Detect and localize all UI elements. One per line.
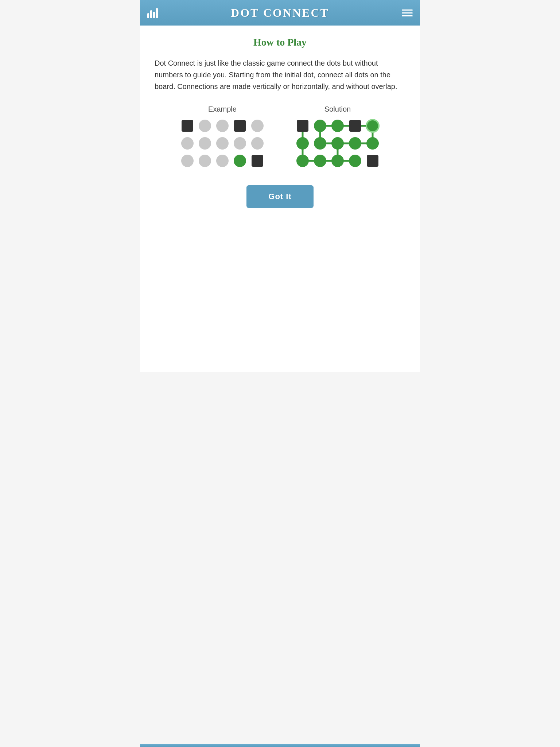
examples-row: Example xyxy=(155,105,405,169)
example-cell-r1c5 xyxy=(249,118,265,134)
got-it-button[interactable]: Got It xyxy=(246,185,313,208)
example-cell-r2c4 xyxy=(232,135,248,151)
menu-line-3 xyxy=(402,15,413,16)
example-cell-r1c2 xyxy=(197,118,213,134)
example-cell-r2c2 xyxy=(197,135,213,151)
bar-1 xyxy=(147,13,149,18)
sol-cell-r2c4 xyxy=(347,135,363,151)
solution-label: Solution xyxy=(324,105,351,113)
app-header: Dot Connect xyxy=(140,0,420,26)
example-label: Example xyxy=(208,105,237,113)
example-cell-r3c1 xyxy=(179,153,195,169)
app-title-text: Dot Connect xyxy=(231,6,329,19)
example-cell-r3c3 xyxy=(214,153,230,169)
sol-cell-r2c5 xyxy=(365,135,381,151)
sol-cell-r2c3 xyxy=(330,135,346,151)
example-cell-r3c4 xyxy=(232,153,248,169)
sol-cell-r1c3 xyxy=(330,118,346,134)
menu-line-2 xyxy=(402,12,413,13)
app-title: Dot Connect xyxy=(231,6,329,20)
sol-cell-r3c2 xyxy=(312,153,328,169)
example-cell-r2c5 xyxy=(249,135,265,151)
example-cell-r1c1 xyxy=(179,118,195,134)
example-cell-r2c1 xyxy=(179,135,195,151)
sol-cell-r3c5 xyxy=(365,153,381,169)
sol-cell-r1c1 xyxy=(295,118,311,134)
solution-block: Solution xyxy=(295,105,381,169)
description-text: Dot Connect is just like the classic gam… xyxy=(155,57,402,92)
example-cell-r3c2 xyxy=(197,153,213,169)
bar-3 xyxy=(153,12,155,18)
bars-icon xyxy=(147,7,158,18)
example-block: Example xyxy=(179,105,265,169)
sol-cell-r1c4 xyxy=(347,118,363,134)
solution-wrapper xyxy=(295,118,381,169)
example-grid xyxy=(179,118,265,169)
bar-4 xyxy=(156,8,158,18)
sol-cell-r3c1 xyxy=(295,153,311,169)
sol-cell-r3c3 xyxy=(330,153,346,169)
example-cell-r3c5 xyxy=(249,153,265,169)
hamburger-menu-icon[interactable] xyxy=(402,9,413,16)
solution-grid xyxy=(295,118,381,169)
sol-cell-r1c5 xyxy=(365,118,381,134)
example-cell-r1c3 xyxy=(214,118,230,134)
sol-cell-r1c2 xyxy=(312,118,328,134)
main-content: How to Play Dot Connect is just like the… xyxy=(140,26,420,372)
example-cell-r1c4 xyxy=(232,118,248,134)
sol-cell-r2c2 xyxy=(312,135,328,151)
sol-cell-r3c4 xyxy=(347,153,363,169)
example-cell-r2c3 xyxy=(214,135,230,151)
section-title: How to Play xyxy=(155,36,405,48)
bar-2 xyxy=(150,10,152,18)
sol-cell-r2c1 xyxy=(295,135,311,151)
menu-line-1 xyxy=(402,9,413,11)
